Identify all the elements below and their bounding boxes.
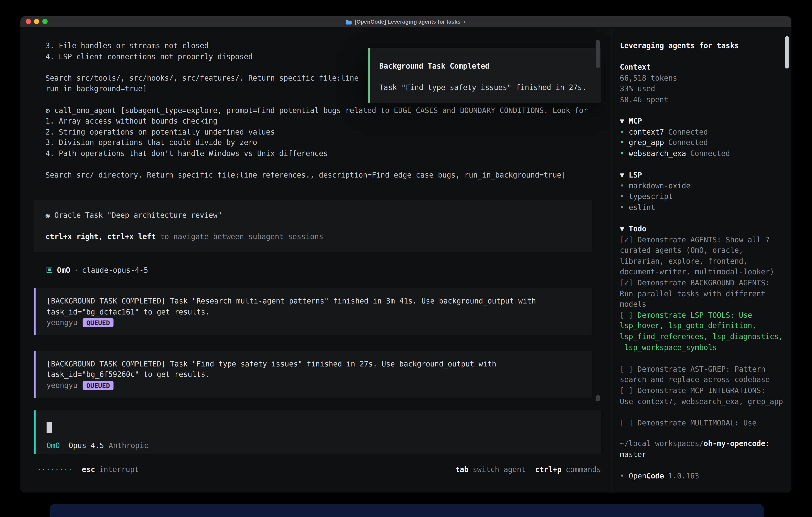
commands-key-hint: ctrl+p [535, 464, 561, 475]
chevron-down-icon: ▼ [620, 116, 629, 127]
mcp-section-label: MCP [629, 116, 642, 127]
subagent-navigation-hint: ctrl+x right, ctrl+x left to navigate be… [46, 231, 580, 242]
context-tokens: 66,518 tokens [620, 73, 788, 83]
message-author: yeongyu [47, 380, 78, 391]
mcp-item-grep-app: • grep_app Connected [620, 137, 788, 148]
lsp-name: eslint [629, 202, 655, 213]
desktop: [OpenCode] Leveraging agents for tasks ◐… [0, 0, 812, 517]
message-meta: yeongyu QUEUED [47, 317, 581, 328]
sidebar: Leveraging agents for tasks Context 66,5… [611, 28, 792, 493]
tab-key-label: switch agent [473, 464, 526, 475]
opencode-version-row: • OpenCode 1.0.163 [620, 470, 788, 481]
window-title-text: [OpenCode] Leveraging agents for tasks [355, 16, 461, 27]
toast-body: Task "Find type safety issues" finished … [379, 82, 591, 93]
main-scrollbar-thumb[interactable] [596, 40, 600, 68]
todo-item-lsp-tools: [ ] Demonstrate LSP TOOLS: Use lsp_hover… [620, 310, 788, 353]
model-row: OmO Opus 4.5 Anthropic [47, 440, 590, 451]
background-task-message-2: [BACKGROUND TASK COMPLETED] Task "Find t… [34, 351, 591, 398]
brand-name-bold: Code [646, 470, 664, 481]
message-body: [BACKGROUND TASK COMPLETED] Task "Resear… [47, 296, 581, 317]
todo-item-mcp-integrations: [ ] Demonstrate MCP INTEGRATIONS: Use co… [620, 385, 788, 407]
bullet-icon: • [620, 470, 629, 481]
background-task-toast[interactable]: Background Task Completed Task "Find typ… [368, 48, 601, 103]
bullet-icon: • [620, 127, 629, 137]
esc-key-hint: esc [82, 464, 95, 475]
spinner-icon: ········ [37, 464, 72, 475]
lsp-section-header[interactable]: ▼ LSP [620, 170, 788, 181]
lsp-name: typescript [629, 191, 673, 202]
chevron-down-icon: ▼ [620, 170, 629, 181]
traffic-lights [26, 19, 48, 24]
tab-key-hint: tab [455, 464, 468, 475]
dock[interactable] [50, 504, 764, 517]
lsp-item-eslint: • eslint [620, 202, 788, 213]
lsp-item-markdown-oxide: • markdown-oxide [620, 180, 788, 191]
version-number: 1.0.163 [668, 470, 699, 481]
esc-key-label: interrupt [99, 464, 139, 475]
background-task-message-1: [BACKGROUND TASK COMPLETED] Task "Resear… [34, 288, 591, 335]
title-status-icon: ◐ [463, 16, 467, 27]
hint-text: to navigate between subagent sessions [156, 232, 323, 241]
chat-pane: 3. File handles or streams not closed 4.… [20, 28, 611, 493]
mcp-status: Connected [690, 148, 730, 159]
workspace-repo: oh-my-opencode: [704, 439, 770, 447]
input-provider: Anthropic [109, 440, 148, 451]
zoom-button[interactable] [42, 19, 48, 24]
main-scrollbar-thumb-secondary[interactable] [596, 395, 600, 402]
mcp-item-websearch-exa: • websearch_exa Connected [620, 148, 788, 159]
todo-item-multimodal: [ ] Demonstrate MULTIMODAL: Use [620, 418, 788, 429]
lsp-name: markdown-oxide [629, 180, 691, 191]
oracle-task-panel[interactable]: ◉ Oracle Task "Deep architecture review"… [34, 200, 591, 252]
status-bar: ········ esc interrupt tab switch agent … [37, 464, 601, 475]
session-title: Leveraging agents for tasks [620, 40, 788, 51]
brand-name-regular: Open [629, 470, 646, 481]
todo-item-background-agents: [✓] Demonstrate BACKGROUND AGENTS: Run p… [620, 277, 788, 310]
message-meta: yeongyu QUEUED [47, 380, 581, 391]
mcp-name: context7 [629, 127, 664, 137]
agent-icon [47, 267, 52, 273]
agent-model: claude-opus-4-5 [82, 265, 148, 275]
input-model[interactable]: Opus 4.5 [69, 440, 104, 451]
agent-separator: · [74, 265, 78, 275]
minimize-button[interactable] [34, 19, 39, 24]
mcp-name: websearch_exa [629, 148, 686, 159]
sidebar-scrollbar-thumb[interactable] [785, 36, 789, 69]
hint-keys: ctrl+x right, ctrl+x left [46, 232, 156, 241]
todo-item-ast-grep: [ ] Demonstrate AST-GREP: Pattern search… [620, 364, 788, 385]
bullet-icon: • [620, 191, 629, 202]
text-cursor [47, 421, 52, 433]
bullet-icon: • [620, 137, 629, 148]
message-body: [BACKGROUND TASK COMPLETED] Task "Find t… [47, 358, 581, 380]
folder-icon [345, 19, 352, 24]
context-spent: $0.46 spent [620, 94, 788, 105]
mcp-item-context7: • context7 Connected [620, 127, 788, 137]
prompt-input[interactable]: OmO Opus 4.5 Anthropic [34, 410, 601, 454]
titlebar[interactable]: [OpenCode] Leveraging agents for tasks ◐ [20, 16, 791, 27]
queued-badge: QUEUED [83, 318, 114, 327]
mcp-status: Connected [668, 127, 708, 137]
agent-header-row: OmO · claude-opus-4-5 [47, 265, 611, 275]
terminal-window: [OpenCode] Leveraging agents for tasks ◐… [20, 16, 792, 493]
input-agent-name: OmO [47, 440, 60, 451]
mcp-section-header[interactable]: ▼ MCP [620, 116, 788, 127]
bullet-icon: • [620, 148, 629, 159]
agent-name: OmO [57, 265, 70, 275]
window-title: [OpenCode] Leveraging agents for tasks ◐ [20, 16, 791, 27]
bullet-icon: • [620, 180, 629, 191]
workspace-path: ~/local-workspaces/oh-my-opencode: maste… [620, 438, 788, 460]
toast-title: Background Task Completed [379, 61, 591, 72]
context-used: 33% used [620, 83, 788, 94]
message-author: yeongyu [47, 317, 78, 328]
workspace-path-prefix: ~/local-workspaces/ [620, 439, 703, 447]
bullet-icon: • [620, 202, 629, 213]
close-button[interactable] [26, 19, 31, 24]
context-heading: Context [620, 62, 788, 73]
chevron-down-icon: ▼ [620, 223, 629, 234]
mcp-name: grep_app [629, 137, 664, 148]
lsp-item-typescript: • typescript [620, 191, 788, 202]
todo-section-label: Todo [629, 223, 646, 234]
todo-section-header[interactable]: ▼ Todo [620, 223, 788, 234]
mcp-status: Connected [668, 137, 708, 148]
commands-key-label: commands [566, 464, 601, 475]
lsp-section-label: LSP [629, 170, 642, 181]
